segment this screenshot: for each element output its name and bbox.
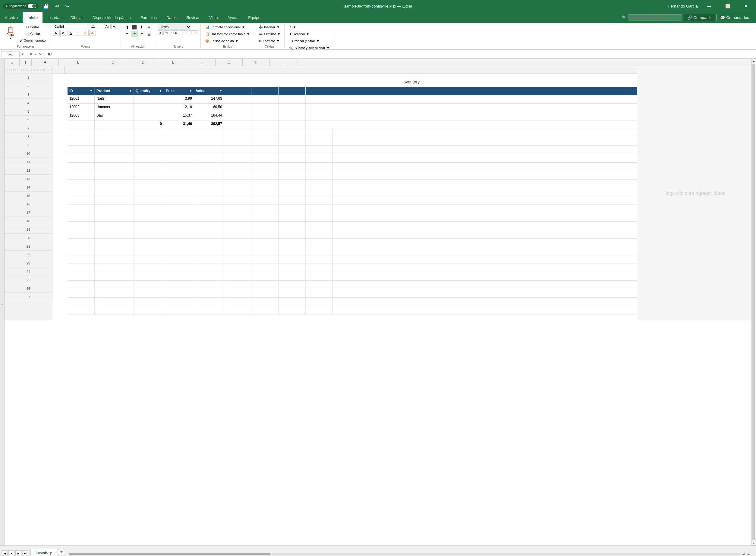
scroll-down-button[interactable]: ▼ [752,541,756,546]
font-size-input[interactable] [90,24,103,29]
cell-b3[interactable]: Hammer [95,104,134,112]
h-scroll-thumb[interactable] [69,553,270,555]
vertical-scrollbar[interactable]: ▲ ▼ [752,59,756,546]
row-num-10[interactable]: 10 [4,149,53,158]
row-num-23[interactable]: 23 [4,259,53,268]
autosave-switch[interactable] [28,4,36,8]
save-button[interactable]: 💾 [42,3,51,9]
buscar-button[interactable]: 🔍 Buscar y seleccionar ▼ [288,45,331,51]
cell-f2[interactable] [224,95,252,103]
merge-button[interactable]: ⊟ [145,31,152,37]
copiar-button[interactable]: 📄 Copiar [18,31,47,37]
col-header-e[interactable]: E [158,59,188,66]
increase-font-button[interactable]: A↑ [104,24,111,29]
cell-e4[interactable]: 184,44 [194,112,224,120]
col-header-h[interactable]: H [243,59,270,66]
row-num-22[interactable]: 22 [4,251,53,259]
cell-e5-total[interactable]: 392,57 [194,120,224,129]
horizontal-scrollbar[interactable] [69,553,741,555]
confirm-formula-button[interactable]: ✓ [34,52,37,56]
row-num-13[interactable]: 13 [4,175,53,183]
align-center-button[interactable]: ≡ [131,31,138,37]
cell-i4[interactable] [306,112,333,120]
share-button[interactable]: 🔗 Compartir [684,14,715,21]
formato-condicional-button[interactable]: 📊 Formato condicional ▼ [204,24,246,30]
ordenar-button[interactable]: ↕ Ordenar y filtrar ▼ [288,38,321,44]
align-bottom-button[interactable]: ⬇ [138,24,145,30]
tab-formulas[interactable]: Fórmulas [136,12,162,23]
undo-button[interactable]: ↩ [54,3,61,9]
cell-c4[interactable] [134,112,164,120]
cell-b4[interactable]: Saw [95,112,134,120]
cell-c3[interactable] [134,104,164,112]
cell-d4[interactable]: 15,37 [164,112,194,120]
cancel-formula-button[interactable]: ✕ [30,52,33,56]
decrease-decimal-button[interactable]: ←.0 [189,30,198,35]
row-num-19[interactable]: 19 [4,225,53,234]
header-price[interactable]: Price ▼ [164,87,194,95]
align-top-button[interactable]: ⬆ [124,24,131,30]
row-num-12[interactable]: 12 [4,166,53,175]
close-button[interactable]: ✕ [739,0,753,12]
cell-f4[interactable] [224,112,252,120]
increase-decimal-button[interactable]: .0→ [179,30,188,35]
dar-formato-tabla-button[interactable]: 📋 Dar formato como tabla ▼ [204,31,252,37]
scroll-up-button[interactable]: ▲ [752,59,756,63]
align-left-button[interactable]: ≡ [124,31,131,37]
eliminar-celda-button[interactable]: ➖ Eliminar ▼ [257,31,282,37]
header-id[interactable]: ID ▼ [68,87,95,95]
last-sheet-button[interactable]: ►| [22,550,28,556]
tab-vista[interactable]: Vista [204,12,223,23]
row-num-3[interactable]: 3 [4,90,53,99]
col-header-a[interactable]: A [32,59,59,66]
tab-dibujar[interactable]: Dibujar [65,12,88,23]
col-header-f[interactable]: F [188,59,216,66]
row-num-11[interactable]: 11 [4,158,53,166]
font-name-input[interactable] [53,24,89,29]
align-middle-button[interactable]: ⬛ [131,24,138,30]
cell-b5-total[interactable] [95,120,134,129]
currency-button[interactable]: $ [158,30,163,35]
cell-a4[interactable]: 12003 [68,112,95,120]
row-num-26[interactable]: 26 [4,284,53,293]
row-num-9[interactable]: 9 [4,141,53,149]
row-num-21[interactable]: 21 [4,242,53,251]
cell-h4[interactable] [278,112,306,120]
tab-archivo[interactable]: Archivo [0,12,23,23]
row-num-16[interactable]: 16 [4,200,53,208]
number-format-select[interactable]: Texto General Número Moneda Porcentaje [158,24,191,30]
spreadsheet[interactable]: ◢ 1 A B C D E F G H I 1 2 3 4 5 6 7 8 9 … [4,59,752,546]
prev-sheet-button[interactable]: ◄ [8,550,14,556]
pegar-button[interactable]: 📋 Pegar ▼ [4,24,17,42]
col-header-b[interactable]: B [59,59,98,66]
tab-datos[interactable]: Datos [162,12,182,23]
col-header-c[interactable]: C [98,59,128,66]
cell-a3[interactable]: 12002 [68,104,95,112]
header-product[interactable]: Product ▼ [95,87,134,95]
header-product-dropdown[interactable]: ▼ [129,90,132,93]
header-quantity-dropdown[interactable]: ▼ [159,90,162,93]
cell-d5-total[interactable]: 31,46 [164,120,194,129]
formato-celda-button[interactable]: ⚙ Formato ▼ [257,38,281,44]
row-num-6[interactable]: 6 [4,116,53,124]
row-num-8[interactable]: 8 [4,133,53,141]
row-num-2[interactable]: 2 [4,82,53,90]
insertar-celda-button[interactable]: ➕ Insertar ▼ [257,24,281,30]
cell-d2[interactable]: 3,99 [164,95,194,103]
tab-insertar[interactable]: Insertar [42,12,65,23]
row-num-27[interactable]: 27 [4,293,53,301]
cell-c5-total[interactable]: 0 [134,120,164,129]
scroll-right-button[interactable]: ► [746,552,752,556]
row-num-15[interactable]: 15 [4,192,53,200]
comments-button[interactable]: 💬 Comentarios [716,14,753,22]
header-value-dropdown[interactable]: ▼ [220,90,222,93]
cell-e2[interactable]: 147,63 [194,95,224,103]
tab-revisar[interactable]: Revisar [182,12,204,23]
font-color-button[interactable]: A [89,30,96,36]
cell-f3[interactable] [224,104,252,112]
underline-button[interactable]: S [68,30,74,36]
row-num-14[interactable]: 14 [4,183,53,192]
cell-g2[interactable] [252,95,278,103]
percent-button[interactable]: % [163,30,169,35]
cortar-button[interactable]: ✂ Cortar [18,24,47,30]
